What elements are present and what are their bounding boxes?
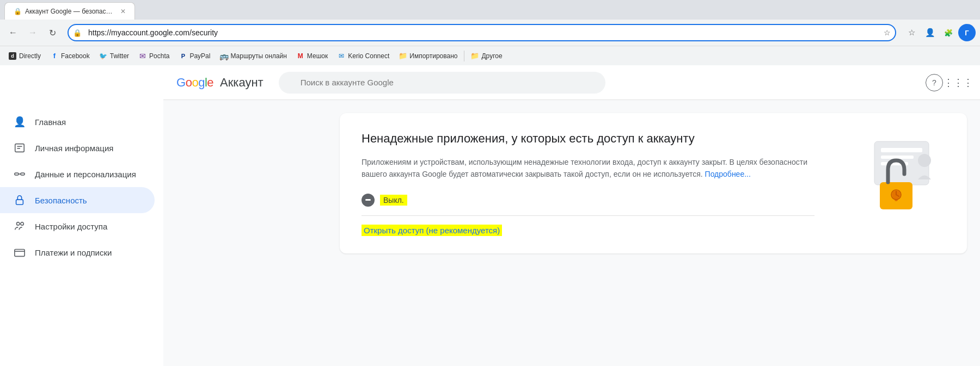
facebook-icon: f: [51, 52, 58, 60]
address-bar-wrap: 🔒 ☆: [68, 24, 896, 41]
sidebar-item-home-label: Главная: [35, 117, 66, 127]
card-text: Ненадежные приложения, у которых есть до…: [362, 131, 814, 236]
sidebar-item-security[interactable]: Безопасность: [0, 187, 155, 213]
nav-bar: ← → ↻ 🔒 ☆ ☆ 👤 🧩 Г: [0, 20, 980, 46]
bookmark-directly[interactable]: d Directly: [4, 48, 45, 64]
bookmark-imported-label: Импортировано: [409, 52, 457, 60]
kerio-icon: ✉: [338, 52, 345, 60]
logo-e: e: [207, 76, 213, 89]
bookmarks-bar: d Directly f Facebook 🐦 Twitter ✉ Pochta…: [0, 46, 980, 65]
google-account-button[interactable]: Г: [958, 24, 976, 41]
help-button[interactable]: ?: [926, 74, 943, 91]
search-wrap: 🔍: [279, 72, 605, 94]
logo-g2: g: [198, 76, 205, 89]
learn-more-link[interactable]: Подробнее...: [705, 170, 751, 178]
sidebar-item-payments[interactable]: Платежи и подписки: [0, 239, 155, 265]
bookmark-paypal-label: PayPal: [189, 52, 210, 60]
tab-title: Аккаунт Google — безопасность: [25, 8, 116, 15]
meshok-icon: М: [297, 52, 304, 60]
extensions-button[interactable]: 🧩: [940, 24, 957, 41]
bookmark-meshok[interactable]: М Мешок: [292, 48, 332, 64]
content-card: Ненадежные приложения, у которых есть до…: [340, 113, 967, 253]
open-access-button[interactable]: Открыть доступ (не рекомендуется): [362, 225, 502, 236]
svg-point-8: [21, 222, 24, 226]
bookmark-paypal[interactable]: P PayPal: [175, 48, 215, 64]
bookmark-marshruty-label: Маршруты онлайн: [230, 52, 286, 60]
bookmark-other[interactable]: 📁 Другое: [467, 48, 506, 64]
bookmark-other-label: Другое: [481, 52, 502, 60]
header-actions: ? ⋮⋮⋮: [926, 74, 967, 91]
bookmarks-separator: [464, 51, 464, 61]
paypal-icon: P: [179, 52, 187, 60]
status-label: Выкл.: [380, 195, 407, 206]
back-button[interactable]: ←: [4, 24, 22, 41]
sidebar-item-payments-label: Платежи и подписки: [35, 248, 112, 257]
access-icon: [13, 220, 26, 233]
sidebar-item-personal[interactable]: Личная информация: [0, 135, 155, 161]
sidebar-item-home[interactable]: 👤 Главная: [0, 109, 155, 135]
active-tab[interactable]: 🔒 Аккаунт Google — безопасность ✕: [4, 2, 135, 20]
bookmark-manager-button[interactable]: ☆: [903, 24, 920, 41]
sidebar-item-access-label: Настройки доступа: [35, 222, 107, 231]
bookmark-pochta[interactable]: ✉ Pochta: [134, 48, 174, 64]
svg-point-15: [918, 154, 931, 167]
bookmark-facebook-label: Facebook: [61, 52, 90, 60]
svg-rect-12: [881, 148, 922, 152]
sidebar-item-personal-label: Личная информация: [35, 144, 113, 153]
sidebar-item-security-label: Безопасность: [35, 196, 87, 205]
minus-symbol: [365, 199, 371, 201]
tab-bar: 🔒 Аккаунт Google — безопасность ✕: [0, 0, 980, 20]
lock-illustration: [842, 131, 940, 218]
sidebar: 👤 Главная Личная информация Данные и пе: [0, 65, 163, 366]
bookmark-pochta-label: Pochta: [149, 52, 169, 60]
data-icon: [13, 168, 26, 181]
status-icon: [362, 194, 375, 207]
svg-rect-6: [16, 200, 23, 204]
svg-rect-0: [15, 144, 24, 152]
twitter-icon: 🐦: [100, 52, 107, 60]
status-row: Выкл.: [362, 194, 814, 207]
browser-window: 🔒 Аккаунт Google — безопасность ✕ ← → ↻ …: [0, 0, 980, 366]
bookmark-twitter[interactable]: 🐦 Twitter: [95, 48, 133, 64]
bookmark-facebook[interactable]: f Facebook: [46, 48, 94, 64]
card-title: Ненадежные приложения, у которых есть до…: [362, 131, 814, 147]
bookmark-directly-label: Directly: [19, 52, 41, 60]
google-logo: Google: [176, 76, 213, 90]
address-bar[interactable]: [68, 24, 896, 41]
bookmark-imported[interactable]: 📁 Импортировано: [395, 48, 462, 64]
bookmark-kerio[interactable]: ✉ Kerio Connect: [333, 48, 394, 64]
ga-header: Google Аккаунт 🔍 ? ⋮⋮⋮: [163, 65, 980, 100]
personal-icon: [13, 141, 26, 154]
sidebar-item-data[interactable]: Данные и персонализация: [0, 161, 155, 187]
logo-g: G: [176, 76, 186, 89]
profile-switcher-button[interactable]: 👤: [921, 24, 939, 41]
sidebar-item-access[interactable]: Настройки доступа: [0, 213, 155, 239]
card-description: Приложениям и устройствам, использующим …: [362, 156, 814, 181]
bookmark-star-icon[interactable]: ☆: [884, 28, 891, 37]
directly-icon: d: [9, 52, 16, 60]
search-input[interactable]: [279, 72, 605, 94]
apps-button[interactable]: ⋮⋮⋮: [950, 74, 967, 91]
svg-point-7: [17, 222, 20, 226]
other-folder-icon: 📁: [471, 52, 479, 60]
home-icon: 👤: [13, 115, 26, 128]
bookmark-marshruty[interactable]: 🚌 Маршруты онлайн: [216, 48, 291, 64]
divider: [362, 215, 814, 216]
svg-rect-13: [881, 156, 914, 159]
svg-rect-3: [15, 173, 19, 175]
browser-chrome: 🔒 Аккаунт Google — безопасность ✕ ← → ↻ …: [0, 0, 980, 65]
bookmark-meshok-label: Мешок: [307, 52, 328, 60]
refresh-button[interactable]: ↻: [44, 24, 61, 41]
svg-rect-4: [21, 173, 24, 175]
nav-actions: ☆ 👤 🧩 Г: [903, 24, 976, 41]
forward-button[interactable]: →: [24, 24, 41, 41]
pochta-icon: ✉: [139, 52, 146, 60]
svg-rect-9: [15, 250, 24, 257]
logo-o1: o: [186, 76, 192, 89]
address-lock-icon: 🔒: [73, 29, 82, 37]
bookmark-kerio-label: Kerio Connect: [348, 52, 389, 60]
security-icon: [13, 194, 26, 207]
ga-title: Аккаунт: [220, 76, 264, 90]
logo-o2: o: [192, 76, 198, 89]
bookmark-twitter-label: Twitter: [110, 52, 129, 60]
